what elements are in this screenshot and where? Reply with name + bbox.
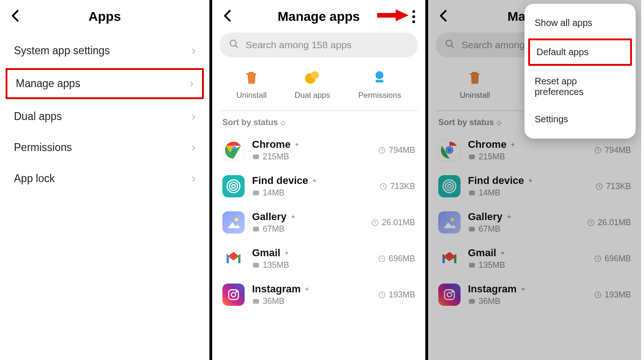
chevron-left-icon	[436, 8, 451, 23]
clock-icon	[594, 146, 602, 154]
row-label: Permissions	[14, 141, 72, 154]
permissions-icon	[371, 69, 388, 86]
menu-reset-app-preferences[interactable]: Reset app preferences	[524, 68, 636, 106]
back-button[interactable]	[436, 8, 451, 25]
back-button[interactable]	[8, 8, 23, 25]
svg-line-2	[235, 45, 238, 48]
action-uninstall[interactable]: Uninstall	[460, 69, 490, 100]
row-dual-apps[interactable]: Dual apps ›	[0, 101, 209, 132]
app-row-instagram[interactable]: Instagram✦ 36MB 193MB	[436, 277, 634, 313]
app-right: 26.01MB	[371, 218, 415, 227]
storage-icon	[468, 297, 476, 305]
storage-icon	[252, 297, 260, 305]
apps-settings-screen: Apps System app settings › Manage apps ›…	[0, 0, 212, 360]
row-permissions[interactable]: Permissions ›	[0, 132, 209, 163]
app-right: 193MB	[378, 290, 415, 300]
app-row-gmail[interactable]: Gmail ✦ 135MB 696MB	[220, 240, 418, 277]
app-main: Gallery ✦ 67MB	[252, 211, 364, 234]
app-row-gallery[interactable]: Gallery ✦ 67MB 26.01MB	[220, 204, 418, 240]
menu-show-all-apps[interactable]: Show all apps	[524, 9, 636, 37]
app-right: 794MB	[378, 145, 415, 155]
app-row-find-device[interactable]: Find device ✦ 14MB 713KB	[220, 168, 418, 204]
storage-icon	[468, 189, 476, 197]
app-name: Gallery	[252, 211, 287, 223]
app-row-gmail[interactable]: Gmail✦ 135MB 696MB	[436, 240, 634, 277]
app-storage: 215MB	[479, 152, 505, 162]
search-icon	[229, 39, 239, 51]
app-time-size: 696MB	[389, 254, 415, 264]
gmail-icon	[438, 247, 461, 270]
dot-icon	[412, 10, 415, 13]
app-list: Chrome✦ 215MB 794MB Find device✦ 14MB 71…	[428, 132, 641, 313]
chevron-left-icon	[221, 8, 235, 23]
svg-point-24	[231, 292, 235, 297]
app-storage: 14MB	[479, 188, 500, 198]
svg-rect-36	[469, 155, 475, 159]
chrome-icon	[222, 139, 245, 161]
svg-point-38	[448, 184, 451, 188]
app-time-size: 26.01MB	[598, 218, 631, 227]
app-name: Gallery	[468, 211, 503, 223]
app-row-instagram[interactable]: Instagram ✦ 36MB 193MB	[220, 277, 418, 313]
app-right: 794MB	[594, 145, 631, 155]
search-input[interactable]: Search among 158 apps	[220, 32, 418, 57]
sort-caret-icon: ◇	[497, 119, 501, 126]
app-main: Find device✦ 14MB	[468, 175, 588, 198]
svg-point-14	[229, 182, 238, 190]
row-label: Manage apps	[16, 77, 80, 90]
storage-icon	[252, 261, 260, 269]
action-uninstall[interactable]: Uninstall	[236, 69, 266, 100]
trash-icon	[467, 69, 483, 86]
app-row-gallery[interactable]: Gallery✦ 67MB 26.01MB	[436, 204, 634, 240]
instagram-icon	[438, 284, 461, 306]
search-container: Search among 158 apps	[212, 30, 425, 57]
clock-icon	[587, 219, 595, 227]
row-manage-apps[interactable]: Manage apps ›	[6, 68, 204, 99]
row-app-lock[interactable]: App lock ›	[0, 163, 209, 194]
action-dual-apps[interactable]: Dual apps	[295, 69, 330, 100]
svg-rect-44	[469, 227, 475, 232]
app-time-size: 696MB	[605, 254, 631, 264]
clock-icon	[378, 255, 386, 263]
app-main: Instagram ✦ 36MB	[252, 283, 371, 306]
app-main: Instagram✦ 36MB	[468, 283, 587, 306]
app-time-size: 26.01MB	[382, 218, 415, 227]
sync-icon: ✦	[510, 141, 516, 148]
app-row-find-device[interactable]: Find device✦ 14MB 713KB	[436, 168, 634, 204]
action-label: Uninstall	[236, 91, 266, 100]
svg-rect-16	[253, 191, 259, 196]
sort-label: Sort by status	[222, 118, 278, 127]
clock-icon	[595, 183, 603, 190]
sort-caret-icon: ◇	[281, 119, 285, 126]
svg-point-4	[311, 71, 319, 79]
sort-by-button[interactable]: Sort by status ◇	[212, 115, 425, 132]
action-label: Dual apps	[295, 91, 330, 100]
app-row-chrome[interactable]: Chrome ✦ 215MB 794MB	[220, 132, 418, 168]
back-button[interactable]	[221, 8, 235, 25]
search-placeholder: Search among 158 apps	[246, 39, 352, 51]
more-options-button[interactable]	[410, 8, 417, 25]
menu-settings[interactable]: Settings	[524, 106, 636, 133]
gmail-icon	[222, 247, 245, 270]
sort-label: Sort by status	[438, 118, 494, 127]
storage-icon	[252, 153, 260, 161]
app-time-size: 713KB	[390, 182, 415, 191]
settings-list: System app settings › Manage apps › Dual…	[0, 30, 209, 200]
action-permissions[interactable]: Permissions	[358, 69, 401, 100]
clock-icon	[379, 183, 387, 190]
app-storage: 36MB	[479, 297, 500, 306]
find-device-icon	[222, 175, 245, 197]
sync-icon: ✦	[506, 213, 512, 221]
clock-icon	[378, 291, 386, 299]
app-main: Gmail✦ 135MB	[468, 247, 587, 270]
menu-default-apps[interactable]: Default apps	[528, 38, 632, 66]
row-label: App lock	[14, 172, 55, 185]
page-title: Apps	[9, 9, 200, 24]
manage-apps-overflow-screen: Manage apps Search among Uninstall	[428, 0, 641, 360]
app-name: Gmail	[468, 247, 496, 259]
clock-icon	[378, 146, 386, 154]
row-system-app-settings[interactable]: System app settings ›	[0, 35, 209, 66]
svg-point-39	[445, 182, 454, 190]
chrome-icon	[438, 139, 461, 161]
app-right: 26.01MB	[587, 218, 631, 227]
